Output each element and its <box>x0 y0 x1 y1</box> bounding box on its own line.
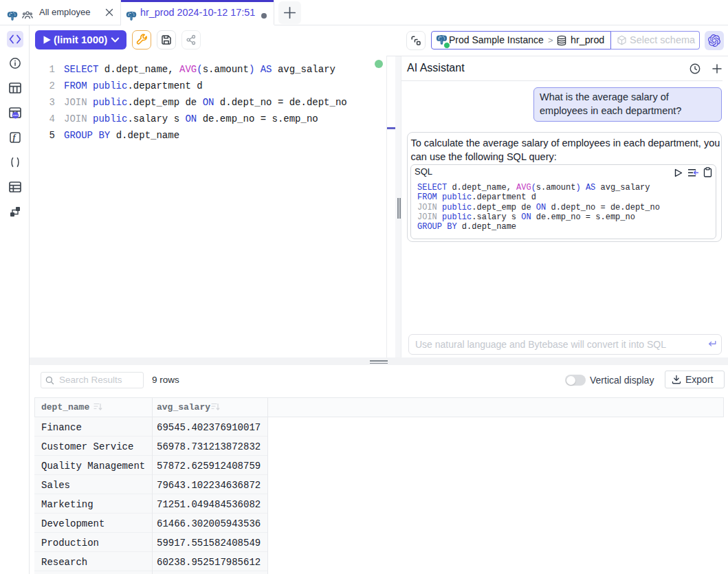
svg-text:f: f <box>13 133 16 142</box>
